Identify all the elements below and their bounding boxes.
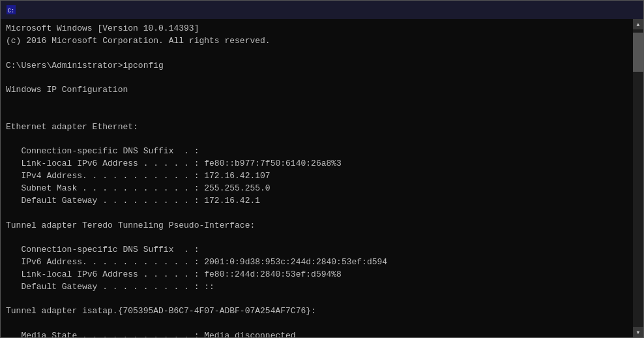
scrollbar[interactable]: ▲ ▼ <box>633 19 643 337</box>
close-button[interactable] <box>608 1 638 19</box>
minimize-button[interactable] <box>546 1 576 19</box>
svg-text:C:: C: <box>8 8 15 14</box>
cmd-icon: C: <box>6 5 16 15</box>
content-area: Microsoft Windows [Version 10.0.14393] (… <box>1 19 643 337</box>
title-bar: C: <box>1 1 643 19</box>
scrollbar-thumb[interactable] <box>633 33 643 72</box>
scroll-down-button[interactable]: ▼ <box>633 327 643 337</box>
terminal-output[interactable]: Microsoft Windows [Version 10.0.14393] (… <box>1 19 633 337</box>
maximize-button[interactable] <box>577 1 607 19</box>
window-controls <box>546 1 638 19</box>
window: C: Microsoft Windows [Version 10.0.14393… <box>0 0 644 338</box>
scrollbar-track <box>633 29 643 327</box>
scroll-up-button[interactable]: ▲ <box>633 19 643 29</box>
